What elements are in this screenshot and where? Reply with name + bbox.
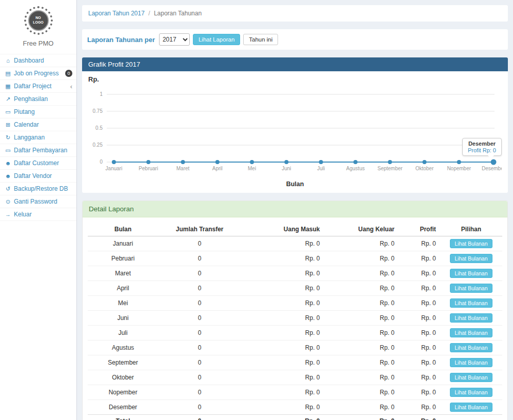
cell-masuk: Rp. 0 <box>241 311 324 326</box>
chart-point[interactable] <box>319 160 323 164</box>
year-select[interactable]: 2017 <box>159 33 190 46</box>
logo-area: NO LOGO Free PMO <box>0 0 76 50</box>
x-tick-label: Agustus <box>346 166 365 171</box>
lihat-bulanan-button[interactable]: Lihat Bulanan <box>450 298 492 308</box>
cell-transfer: 0 <box>158 236 241 251</box>
cell-keluar: Rp. 0 <box>324 400 399 415</box>
cell-pilihan: Lihat Bulanan <box>440 385 502 400</box>
cell-keluar: Rp. 0 <box>324 281 399 296</box>
lihat-bulanan-button[interactable]: Lihat Bulanan <box>450 254 492 263</box>
total-bulan: Total <box>88 415 158 420</box>
cell-profit: Rp. 0 <box>399 400 440 415</box>
chart-point[interactable] <box>181 160 185 164</box>
cell-keluar: Rp. 0 <box>324 296 399 311</box>
table-row: Mei0Rp. 0Rp. 0Rp. 0Lihat Bulanan <box>88 296 502 311</box>
cell-pilihan: Lihat Bulanan <box>440 281 502 296</box>
sidebar-item-daftar-vendor[interactable]: ☻Daftar Vendor <box>0 170 76 183</box>
sidebar-item-piutang[interactable]: ▭Piutang <box>0 106 76 118</box>
logo-text-line2: LOGO <box>33 21 44 25</box>
detail-table-wrapper: BulanJumlah TransferUang MasukUang Kelua… <box>83 217 507 420</box>
money-icon: ▭ <box>4 109 12 115</box>
sidebar-item-calendar[interactable]: ⊞Calendar <box>0 118 76 131</box>
cell-transfer: 0 <box>158 311 241 326</box>
sign-out-icon: → <box>4 211 12 217</box>
cell-bulan: September <box>88 355 158 370</box>
chart-point[interactable] <box>353 160 358 164</box>
sidebar: NO LOGO Free PMO ⌂Dashboard▤Job on Progr… <box>0 0 77 420</box>
chart-point[interactable] <box>422 160 426 164</box>
cell-keluar: Rp. 0 <box>324 370 399 385</box>
sidebar-item-langganan[interactable]: ↻Langganan <box>0 131 76 144</box>
cell-keluar: Rp. 0 <box>324 326 399 341</box>
column-header-bulan: Bulan <box>88 223 158 236</box>
sidebar-item-ganti-password[interactable]: ⊙Ganti Password <box>0 195 76 208</box>
sidebar-item-backup-restore-db[interactable]: ↺Backup/Restore DB <box>0 183 76 195</box>
lihat-bulanan-button[interactable]: Lihat Bulanan <box>450 403 492 412</box>
table-row: Juli0Rp. 0Rp. 0Rp. 0Lihat Bulanan <box>88 326 502 341</box>
logo-inner: NO LOGO <box>28 10 49 31</box>
sidebar-item-label: Langganan <box>14 134 45 141</box>
cell-profit: Rp. 0 <box>399 311 440 326</box>
lihat-bulanan-button[interactable]: Lihat Bulanan <box>450 313 492 323</box>
app-logo-icon: NO LOGO <box>24 6 53 35</box>
lihat-bulanan-button[interactable]: Lihat Bulanan <box>450 284 492 293</box>
total-profit: Rp. 0 <box>399 415 440 420</box>
chart-point[interactable] <box>146 160 150 164</box>
sidebar-item-dashboard[interactable]: ⌂Dashboard <box>0 54 76 67</box>
breadcrumb-current: Laporan Tahunan <box>154 10 202 17</box>
table-row: Oktober0Rp. 0Rp. 0Rp. 0Lihat Bulanan <box>88 370 502 385</box>
sidebar-item-daftar-pembayaran[interactable]: ▭Daftar Pembayaran <box>0 144 76 157</box>
lihat-laporan-button[interactable]: Lihat Laporan <box>193 34 240 45</box>
cell-pilihan: Lihat Bulanan <box>440 236 502 251</box>
breadcrumb-link[interactable]: Laporan Tahun 2017 <box>88 10 145 17</box>
lihat-bulanan-button[interactable]: Lihat Bulanan <box>450 269 492 278</box>
lihat-bulanan-button[interactable]: Lihat Bulanan <box>450 343 492 352</box>
chart-panel-title: Grafik Profit 2017 <box>82 57 508 71</box>
x-tick-label: Januari <box>106 166 123 171</box>
lihat-bulanan-button[interactable]: Lihat Bulanan <box>450 328 492 337</box>
x-tick-label: April <box>212 166 223 171</box>
cell-transfer: 0 <box>158 341 241 355</box>
sidebar-item-daftar-project[interactable]: ▦Daftar Project‹ <box>0 80 76 93</box>
lock-icon: ⊙ <box>4 198 12 205</box>
chart-panel: Grafik Profit 2017 Rp. 00.250.50.751Janu… <box>82 57 508 193</box>
chart-point[interactable] <box>215 160 220 164</box>
sidebar-item-label: Piutang <box>14 108 35 115</box>
cell-masuk: Rp. 0 <box>241 355 324 370</box>
sidebar-item-label: Daftar Vendor <box>14 172 52 179</box>
tahun-ini-button[interactable]: Tahun ini <box>243 34 278 45</box>
chart-point[interactable] <box>284 160 288 164</box>
table-row: Pebruari0Rp. 0Rp. 0Rp. 0Lihat Bulanan <box>88 251 502 266</box>
sidebar-item-label: Daftar Project <box>14 83 51 90</box>
cell-transfer: 0 <box>158 326 241 341</box>
chart-point[interactable] <box>388 160 392 164</box>
sidebar-item-keluar[interactable]: →Keluar <box>0 208 76 221</box>
table-row: September0Rp. 0Rp. 0Rp. 0Lihat Bulanan <box>88 355 502 370</box>
profit-chart-svg: 00.250.50.751JanuariPebruariMaretAprilMe… <box>88 85 502 179</box>
sidebar-item-penghasilan[interactable]: ↗Penghasilan <box>0 93 76 106</box>
x-tick-label: Oktober <box>416 166 434 171</box>
sidebar-item-label: Backup/Restore DB <box>14 185 68 192</box>
cell-transfer: 0 <box>158 370 241 385</box>
chart-point[interactable] <box>457 160 461 164</box>
cell-bulan: Juli <box>88 326 158 341</box>
chart-point[interactable] <box>491 159 497 165</box>
sidebar-item-job-on-progress[interactable]: ▤Job on Progress0 <box>0 67 76 80</box>
lihat-bulanan-button[interactable]: Lihat Bulanan <box>450 373 492 382</box>
cell-pilihan: Lihat Bulanan <box>440 296 502 311</box>
x-axis-title: Bulan <box>88 181 502 188</box>
chart-point[interactable] <box>112 160 116 164</box>
cell-bulan: Juni <box>88 311 158 326</box>
chart-point[interactable] <box>250 160 254 164</box>
x-tick-label: Juni <box>282 166 291 171</box>
cell-bulan: Mei <box>88 296 158 311</box>
table-row: Nopember0Rp. 0Rp. 0Rp. 0Lihat Bulanan <box>88 385 502 400</box>
lihat-bulanan-button[interactable]: Lihat Bulanan <box>450 388 492 397</box>
cell-bulan: Januari <box>88 236 158 251</box>
lihat-bulanan-button[interactable]: Lihat Bulanan <box>450 358 492 367</box>
sidebar-item-daftar-customer[interactable]: ☻Daftar Customer <box>0 157 76 170</box>
tooltip-month: Desember <box>468 141 496 147</box>
breadcrumb-separator: / <box>148 10 150 17</box>
sidebar-item-label: Ganti Password <box>14 198 57 205</box>
lihat-bulanan-button[interactable]: Lihat Bulanan <box>450 239 492 248</box>
